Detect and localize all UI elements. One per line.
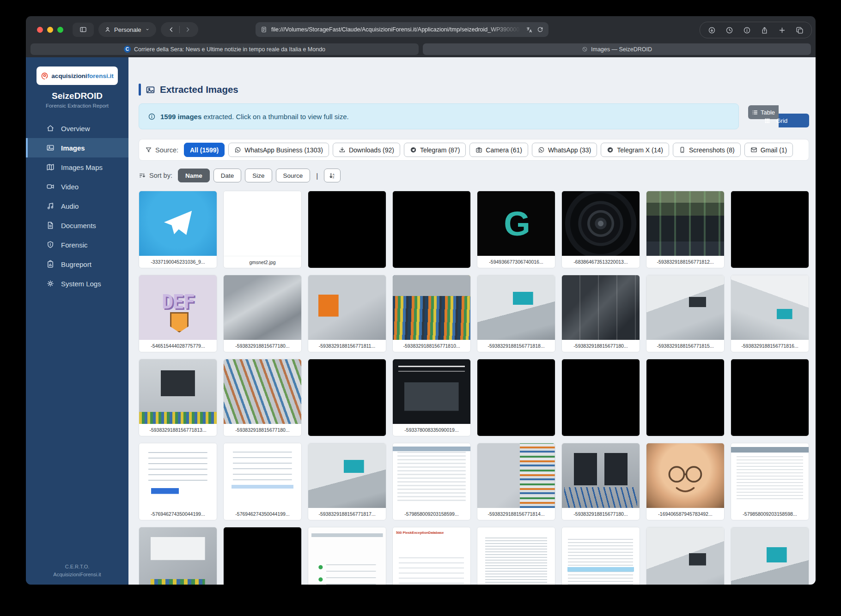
thumbnail-10[interactable]: -593832918815677180... xyxy=(223,275,302,352)
thumbnail-7[interactable]: -5938329188156771812... xyxy=(646,191,725,268)
grid-icon xyxy=(764,118,770,124)
thumbnail-25[interactable]: -576946274350044199... xyxy=(139,443,217,520)
thumbnail-caption: -5938329188156771816... xyxy=(731,340,809,352)
forward-button[interactable] xyxy=(180,26,195,33)
thumbnail-21[interactable] xyxy=(477,359,555,436)
thumbnail-16[interactable]: -5938329188156771816... xyxy=(731,275,809,352)
thumbnail-6[interactable]: -683864673513220013... xyxy=(561,191,640,268)
thumbnail-image xyxy=(224,275,301,340)
sort-direction-button[interactable] xyxy=(324,169,341,182)
source-filter-all-1599[interactable]: All (1599) xyxy=(184,143,225,157)
image-icon xyxy=(146,85,155,95)
filter-pill-label: WhatsApp Business (1303) xyxy=(244,146,323,154)
sidebar-toggle-button[interactable] xyxy=(73,23,94,37)
thumbnail-5[interactable]: G-594936677306740016... xyxy=(477,191,555,268)
sort-label-wrap: Sort by: xyxy=(139,172,172,179)
thumbnail-3[interactable] xyxy=(308,191,386,268)
sort-button-source[interactable]: Source xyxy=(276,169,311,182)
thumbnail-31[interactable]: -169406587945783492... xyxy=(646,443,725,520)
thumbnail-17[interactable]: -5938329188156771813... xyxy=(139,359,217,436)
thumbnail-14[interactable]: -593832918815677180... xyxy=(561,275,640,352)
thumbnail-4[interactable] xyxy=(392,191,471,268)
thumbnail-13[interactable]: -5938329188156771818... xyxy=(477,275,555,352)
thumbnail-29[interactable]: -5938329188156771814... xyxy=(477,443,555,520)
tab-label: Images — SeizeDROID xyxy=(591,46,652,53)
thumbnail-2[interactable]: gmsnet2.jpg xyxy=(223,191,302,268)
thumbnail-image xyxy=(646,527,724,585)
sidebar-item-system-logs[interactable]: System Logs xyxy=(26,274,128,293)
logo[interactable]: acquisizioniforensi.it xyxy=(37,66,118,85)
thumbnail-30[interactable]: -593832918815677180... xyxy=(561,443,640,520)
sidebar-item-documents[interactable]: Documents xyxy=(26,216,128,235)
source-filter-downloads-92[interactable]: Downloads (92) xyxy=(333,143,400,157)
downloads-icon[interactable] xyxy=(708,26,716,34)
thumbnail-12[interactable]: -5938329188156771810... xyxy=(392,275,471,352)
sidebar-item-images[interactable]: Images xyxy=(26,138,128,157)
history-icon[interactable] xyxy=(725,26,733,34)
minimize-window-button[interactable] xyxy=(47,27,53,33)
sort-button-size[interactable]: Size xyxy=(245,169,272,182)
sidebar-item-audio[interactable]: Audio xyxy=(26,196,128,216)
thumbnail-27[interactable]: -5938329188156771817... xyxy=(308,443,386,520)
thumbnail-36[interactable]: 500 PleskExceptionDatabase xyxy=(392,527,471,585)
sidebar-item-overview[interactable]: Overview xyxy=(26,119,128,138)
source-filter-telegram-x-14[interactable]: Telegram X (14) xyxy=(601,143,669,157)
thumbnail-8[interactable] xyxy=(731,191,809,268)
funnel-icon xyxy=(145,146,152,153)
thumbnail-19[interactable] xyxy=(308,359,386,436)
zoom-window-button[interactable] xyxy=(57,27,63,33)
thumbnail-image xyxy=(139,443,217,508)
tab-corriere[interactable]: C Corriere della Sera: News e Ultime not… xyxy=(30,43,419,55)
sidebar-item-label: Documents xyxy=(61,222,96,229)
sidebar-item-forensic[interactable]: Forensic xyxy=(26,235,128,254)
thumbnail-33[interactable] xyxy=(139,527,217,585)
new-tab-icon[interactable] xyxy=(778,26,786,34)
sidebar-item-bugreport[interactable]: Bugreport xyxy=(26,254,128,274)
thumbnail-20[interactable]: -593378008335090019... xyxy=(392,359,471,436)
thumbnail-40[interactable] xyxy=(731,527,809,585)
thumbnail-1[interactable]: -3337190045231036_9... xyxy=(139,191,217,268)
thumbnail-28[interactable]: -579858009203158599... xyxy=(392,443,471,520)
back-button[interactable] xyxy=(164,26,179,33)
thumbnail-38[interactable] xyxy=(561,527,640,585)
sort-button-date[interactable]: Date xyxy=(213,169,242,182)
reload-icon[interactable] xyxy=(537,26,543,33)
info-icon[interactable] xyxy=(743,26,751,34)
thumbnail-image: 500 PleskExceptionDatabase xyxy=(393,527,470,585)
thumbnail-15[interactable]: -5938329188156771815... xyxy=(646,275,725,352)
thumbnail-39[interactable] xyxy=(646,527,725,585)
thumbnail-34[interactable] xyxy=(223,527,302,585)
thumbnail-24[interactable] xyxy=(731,359,809,436)
address-bar[interactable]: file:///Volumes/StorageFast/Claude/Acqui… xyxy=(256,22,548,37)
thumbnail-32[interactable]: -579858009203158598... xyxy=(731,443,809,520)
share-icon[interactable] xyxy=(761,26,768,34)
home-icon xyxy=(46,124,55,133)
sidebar-item-images-maps[interactable]: Images Maps xyxy=(26,157,128,177)
source-filter-camera-61[interactable]: Camera (61) xyxy=(469,143,528,157)
thumbnail-23[interactable] xyxy=(646,359,725,436)
sidebar-item-video[interactable]: Video xyxy=(26,177,128,196)
tab-images-seizedroid[interactable]: Images — SeizeDROID xyxy=(423,43,811,55)
source-filter-telegram-87[interactable]: Telegram (87) xyxy=(404,143,466,157)
grid-view-button[interactable]: Grid xyxy=(779,114,809,127)
thumbnail-37[interactable] xyxy=(477,527,555,585)
thumbnail-26[interactable]: -576946274350044199... xyxy=(223,443,302,520)
translate-icon[interactable] xyxy=(526,26,533,33)
source-filter-gmail-1[interactable]: Gmail (1) xyxy=(744,143,793,157)
sort-label: Sort by: xyxy=(149,172,172,179)
footer-line-2: AcquisizioniForensi.it xyxy=(26,571,128,579)
thumbnail-11[interactable]: -5938329188156771811... xyxy=(308,275,386,352)
source-filter-whatsapp-business-1303[interactable]: WhatsApp Business (1303) xyxy=(228,143,329,157)
source-filter-screenshots-8[interactable]: Screenshots (8) xyxy=(673,143,741,157)
sort-button-label: Size xyxy=(252,172,264,179)
thumbnail-35[interactable] xyxy=(308,527,386,585)
close-window-button[interactable] xyxy=(37,27,43,33)
sort-button-name[interactable]: Name xyxy=(178,169,210,182)
table-view-button[interactable]: Table xyxy=(748,105,779,119)
thumbnail-22[interactable] xyxy=(561,359,640,436)
thumbnail-18[interactable]: -593832918815677180... xyxy=(223,359,302,436)
thumbnail-9[interactable]: DEF-546515444028775779... xyxy=(139,275,217,352)
source-filter-whatsapp-33[interactable]: WhatsApp (33) xyxy=(532,143,597,157)
tab-overview-icon[interactable] xyxy=(796,26,804,34)
profile-menu[interactable]: Personale xyxy=(98,22,156,37)
